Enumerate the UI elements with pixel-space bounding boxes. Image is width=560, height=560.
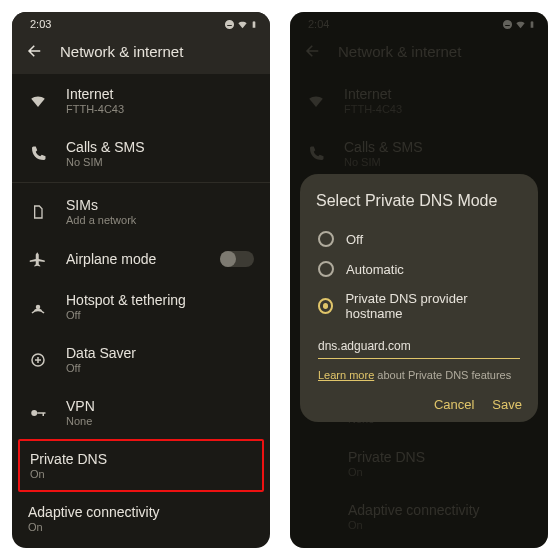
- row-data-saver[interactable]: Data Saver Off: [12, 333, 270, 386]
- clock: 2:04: [308, 18, 329, 30]
- status-bar: 2:04: [290, 12, 548, 32]
- hostname-input[interactable]: dns.adguard.com: [318, 336, 520, 359]
- save-button[interactable]: Save: [492, 397, 522, 412]
- airplane-icon: [28, 250, 48, 268]
- private-dns-dialog: Select Private DNS Mode Off Automatic Pr…: [300, 174, 538, 422]
- row-label: Airplane mode: [66, 251, 202, 267]
- row-label: Hotspot & tethering: [66, 292, 254, 308]
- learn-more-link[interactable]: Learn more: [318, 369, 374, 381]
- row-sims[interactable]: SIMs Add a network: [12, 185, 270, 238]
- app-bar: Network & internet: [12, 32, 270, 74]
- divider: [12, 182, 270, 183]
- row-sub: On: [30, 468, 252, 480]
- phone-left: 2:03 Network & internet Internet FTTH-4C…: [12, 12, 270, 548]
- row-label: Private DNS: [30, 451, 252, 467]
- phone-sms-icon: [306, 145, 326, 163]
- row-sub: FTTH-4C43: [344, 103, 532, 115]
- battery-icon: [250, 19, 258, 30]
- row-adaptive: Adaptive connectivity On: [290, 490, 548, 543]
- row-sub: FTTH-4C43: [66, 103, 254, 115]
- phone-right: 2:04 Network & internet Internet FTTH-4C…: [290, 12, 548, 548]
- page-title: Network & internet: [60, 43, 183, 60]
- back-icon[interactable]: [304, 42, 322, 60]
- row-sub: On: [348, 519, 532, 531]
- wifi-icon: [28, 92, 48, 110]
- radio-label: Private DNS provider hostname: [345, 291, 520, 321]
- vpn-key-icon: [28, 404, 48, 422]
- row-label: Internet: [66, 86, 254, 102]
- radio-label: Automatic: [346, 262, 404, 277]
- radio-automatic[interactable]: Automatic: [316, 254, 522, 284]
- hotspot-icon: [28, 298, 48, 316]
- sim-icon: [28, 204, 48, 220]
- row-label: Calls & SMS: [66, 139, 254, 155]
- row-internet: Internet FTTH-4C43: [290, 74, 548, 127]
- row-calls-sms[interactable]: Calls & SMS No SIM: [12, 127, 270, 180]
- app-bar: Network & internet: [290, 32, 548, 74]
- row-label: Data Saver: [66, 345, 254, 361]
- wifi-icon: [237, 19, 248, 30]
- svg-point-0: [37, 305, 40, 308]
- dnd-icon: [502, 19, 513, 30]
- radio-icon: [318, 231, 334, 247]
- row-sub: Off: [66, 362, 254, 374]
- data-saver-icon: [28, 351, 48, 369]
- row-airplane[interactable]: Airplane mode: [12, 238, 270, 280]
- radio-icon: [318, 298, 333, 314]
- row-private-dns: Private DNS On: [290, 437, 548, 490]
- row-label: Adaptive connectivity: [348, 502, 532, 518]
- row-adaptive[interactable]: Adaptive connectivity On: [12, 492, 270, 545]
- row-sub: Add a network: [66, 214, 254, 226]
- dialog-actions: Cancel Save: [316, 397, 522, 412]
- row-label: SIMs: [66, 197, 254, 213]
- row-calls-sms: Calls & SMS No SIM: [290, 127, 548, 180]
- row-label: Private DNS: [348, 449, 532, 465]
- radio-off[interactable]: Off: [316, 224, 522, 254]
- row-label: Adaptive connectivity: [28, 504, 254, 520]
- page-title: Network & internet: [338, 43, 461, 60]
- row-private-dns[interactable]: Private DNS On: [20, 441, 262, 490]
- learn-more-text: Learn more about Private DNS features: [318, 369, 520, 381]
- status-bar: 2:03: [12, 12, 270, 32]
- battery-icon: [528, 19, 536, 30]
- row-sub: On: [28, 521, 254, 533]
- row-label: VPN: [66, 398, 254, 414]
- row-sub: Off: [66, 309, 254, 321]
- highlight-private-dns: Private DNS On: [18, 439, 264, 492]
- radio-label: Off: [346, 232, 363, 247]
- back-icon[interactable]: [26, 42, 44, 60]
- svg-point-2: [31, 410, 37, 416]
- row-sub: No SIM: [66, 156, 254, 168]
- cancel-button[interactable]: Cancel: [434, 397, 474, 412]
- row-vpn[interactable]: VPN None: [12, 386, 270, 439]
- row-label: Calls & SMS: [344, 139, 532, 155]
- dnd-icon: [224, 19, 235, 30]
- row-internet[interactable]: Internet FTTH-4C43: [12, 74, 270, 127]
- wifi-icon: [515, 19, 526, 30]
- radio-icon: [318, 261, 334, 277]
- clock: 2:03: [30, 18, 51, 30]
- settings-list: Internet FTTH-4C43 Calls & SMS No SIM SI…: [12, 74, 270, 545]
- row-hotspot[interactable]: Hotspot & tethering Off: [12, 280, 270, 333]
- airplane-switch[interactable]: [220, 251, 254, 267]
- phone-sms-icon: [28, 145, 48, 163]
- row-label: Internet: [344, 86, 532, 102]
- status-icons: [224, 18, 258, 30]
- learn-more-rest: about Private DNS features: [374, 369, 511, 381]
- status-icons: [502, 18, 536, 30]
- row-sub: On: [348, 466, 532, 478]
- row-sub: None: [66, 415, 254, 427]
- dialog-title: Select Private DNS Mode: [316, 192, 522, 210]
- radio-hostname[interactable]: Private DNS provider hostname: [316, 284, 522, 328]
- wifi-icon: [306, 92, 326, 110]
- row-sub: No SIM: [344, 156, 532, 168]
